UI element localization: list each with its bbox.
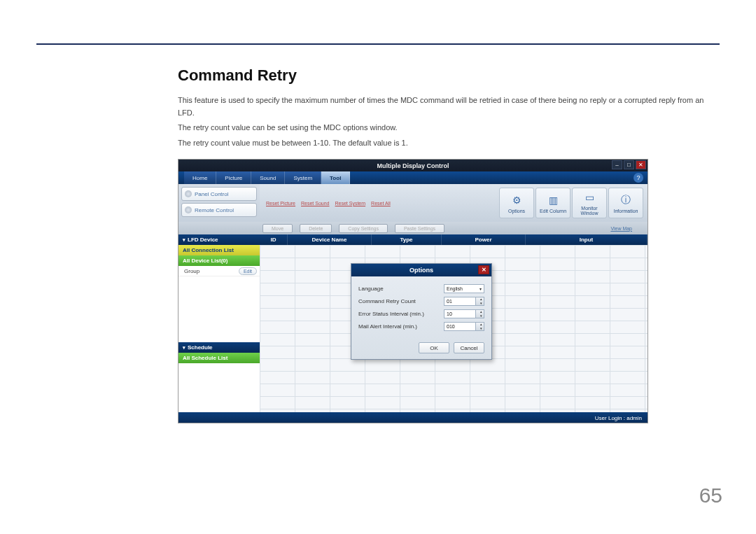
retry-count-spinner[interactable]: 01 [444, 297, 484, 306]
menu-tab-tool[interactable]: Tool [321, 171, 350, 184]
toolbar: Panel Control Remote Control Reset Pictu… [178, 184, 648, 222]
mdc-app-window: Multiple Display Control – □ ✕ Home Pict… [178, 159, 648, 423]
col-device-name[interactable]: Device Name [288, 234, 372, 245]
option-row-error-interval: Error Status Interval (min.) 10 [358, 307, 484, 320]
information-label: Information [613, 209, 638, 214]
paste-settings-button[interactable]: Paste Settings [395, 224, 444, 233]
monitor-window-button[interactable]: ▭ Monitor Window [572, 188, 607, 218]
col-input[interactable]: Input [526, 234, 648, 245]
mail-interval-spinner[interactable]: 010 [444, 322, 484, 331]
dialog-title: Options ✕ [351, 264, 491, 276]
view-map-link[interactable]: View Map [602, 224, 640, 233]
maximize-button[interactable]: □ [624, 160, 634, 169]
section-heading: Command Retry [178, 66, 720, 85]
column-icon: ▥ [546, 193, 560, 207]
reset-sound-link[interactable]: Reset Sound [299, 199, 331, 207]
dialog-footer: OK Cancel [351, 338, 491, 359]
menu-tab-sound[interactable]: Sound [251, 171, 285, 184]
options-dialog: Options ✕ Language English Command Retry… [351, 263, 492, 360]
language-dropdown[interactable]: English [444, 284, 484, 293]
delete-button[interactable]: Delete [300, 224, 332, 233]
sidebar-group-row: Group Edit [178, 266, 260, 276]
col-power[interactable]: Power [442, 234, 526, 245]
status-text: User Login : admin [595, 415, 642, 421]
sidebar-section-lfd[interactable]: LFD Device [178, 234, 260, 245]
monitor-window-label: Monitor Window [573, 206, 606, 216]
grid-body: Options ✕ Language English Command Retry… [260, 245, 648, 412]
options-label: Options [508, 209, 525, 214]
info-icon: ⓘ [619, 193, 633, 207]
dialog-close-button[interactable]: ✕ [478, 265, 489, 274]
cancel-button[interactable]: Cancel [454, 342, 484, 353]
mail-interval-label: Mail Alert Interval (min.) [358, 323, 444, 330]
paragraph-1: This feature is used to specify the maxi… [178, 94, 720, 119]
content-area: Command Retry This feature is used to sp… [178, 66, 720, 423]
option-row-retry-count: Command Retry Count 01 [358, 295, 484, 307]
col-id[interactable]: ID [260, 234, 288, 245]
language-label: Language [358, 286, 444, 292]
menu-tab-home[interactable]: Home [184, 171, 216, 184]
minimize-button[interactable]: – [612, 160, 622, 169]
menu-tab-picture[interactable]: Picture [216, 171, 251, 184]
reset-picture-link[interactable]: Reset Picture [264, 199, 298, 207]
dialog-title-text: Options [410, 267, 433, 274]
sidebar-bottom-spacer [178, 363, 260, 412]
menu-tab-system[interactable]: System [285, 171, 321, 184]
error-interval-label: Error Status Interval (min.) [358, 311, 444, 317]
window-titlebar: Multiple Display Control – □ ✕ [178, 160, 648, 171]
sidebar-item-device-list[interactable]: All Device List(0) [178, 255, 260, 266]
col-type[interactable]: Type [372, 234, 442, 245]
window-title: Multiple Display Control [377, 162, 449, 169]
option-row-mail-interval: Mail Alert Interval (min.) 010 [358, 320, 484, 332]
reset-links: Reset Picture Reset Sound Reset System R… [264, 199, 393, 207]
sidebar-section-schedule[interactable]: Schedule [178, 342, 260, 353]
close-button[interactable]: ✕ [636, 160, 646, 169]
device-grid: ID Device Name Type Power Input Options … [260, 234, 648, 412]
sub-toolbar: Move Delete Copy Settings Paste Settings… [178, 222, 648, 234]
sidebar-item-schedule-list[interactable]: All Schedule List [178, 353, 260, 363]
dialog-body: Language English Command Retry Count 01 … [351, 276, 491, 338]
copy-settings-button[interactable]: Copy Settings [339, 224, 388, 233]
grid-header-row: ID Device Name Type Power Input [260, 234, 648, 245]
move-button[interactable]: Move [262, 224, 293, 233]
reset-system-link[interactable]: Reset System [333, 199, 368, 207]
paragraph-2: The retry count value can be set using t… [178, 122, 720, 134]
toolbar-icons: ⚙ Options ▥ Edit Column ▭ Monitor Window… [499, 188, 643, 218]
gear-icon: ⚙ [510, 193, 524, 207]
option-row-language: Language English [358, 282, 484, 295]
reset-all-link[interactable]: Reset All [369, 199, 393, 207]
information-button[interactable]: ⓘ Information [608, 188, 643, 218]
edit-column-button[interactable]: ▥ Edit Column [536, 188, 570, 218]
retry-count-label: Command Retry Count [358, 298, 444, 304]
sidebar: LFD Device All Connection List All Devic… [178, 234, 260, 412]
options-button[interactable]: ⚙ Options [499, 188, 534, 218]
sidebar-group-label: Group [184, 268, 200, 274]
paragraph-3: The retry count value must be between 1-… [178, 137, 720, 150]
edit-button[interactable]: Edit [239, 267, 257, 275]
remote-control-button[interactable]: Remote Control [181, 203, 257, 217]
status-bar: User Login : admin [178, 412, 648, 423]
help-icon[interactable]: ? [634, 173, 643, 183]
toolbar-right: Reset Picture Reset Sound Reset System R… [260, 184, 648, 222]
panel-control-button[interactable]: Panel Control [181, 187, 257, 201]
sidebar-spacer [178, 276, 260, 342]
sidebar-item-connection-list[interactable]: All Connection List [178, 245, 260, 255]
edit-column-label: Edit Column [540, 209, 566, 214]
ok-button[interactable]: OK [419, 342, 449, 353]
main-menu: Home Picture Sound System Tool ? [178, 171, 648, 184]
monitor-icon: ▭ [582, 190, 596, 204]
page-number: 65 [699, 484, 722, 507]
body-area: LFD Device All Connection List All Devic… [178, 234, 648, 412]
toolbar-left: Panel Control Remote Control [178, 184, 260, 222]
header-divider [36, 43, 720, 45]
error-interval-spinner[interactable]: 10 [444, 309, 484, 318]
